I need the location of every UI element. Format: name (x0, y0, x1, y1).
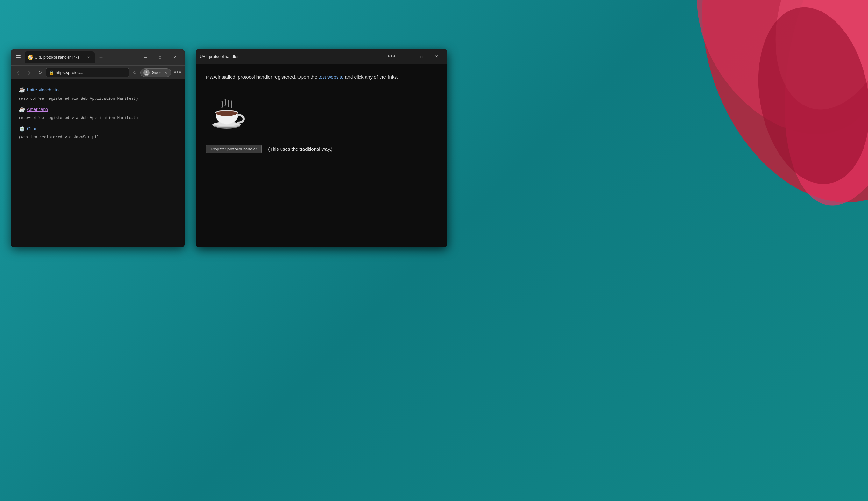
new-tab-button[interactable]: + (97, 53, 106, 62)
tab-favicon: 🧭 (28, 55, 33, 60)
favorites-button[interactable]: ☆ (131, 69, 139, 76)
browser-titlebar: 🧭 URL protocol handler links ✕ + ─ □ ✕ (11, 50, 185, 65)
latte-meta: (web+coffee registered via Web Applicati… (19, 96, 177, 102)
americano-link[interactable]: Americano (27, 107, 48, 112)
browser-tab[interactable]: 🧭 URL protocol handler links ✕ (24, 51, 95, 63)
pwa-more-button[interactable]: ••• (385, 52, 398, 62)
address-bar[interactable]: 🔒 https://protoc... (46, 68, 129, 77)
browser-toolbar: ↻ 🔒 https://protoc... ☆ Guest ••• (11, 65, 185, 79)
browser-window: 🧭 URL protocol handler links ✕ + ─ □ ✕ ↻… (11, 50, 185, 247)
close-button[interactable]: ✕ (167, 53, 182, 62)
coffee-emoji-1: ☕ (19, 87, 25, 93)
register-protocol-handler-button[interactable]: Register protocol handler (206, 145, 262, 153)
pwa-header-prefix: PWA installed, protocol handler register… (206, 74, 317, 80)
svg-rect-7 (15, 58, 21, 59)
pwa-close-button[interactable]: ✕ (429, 52, 443, 62)
chai-link[interactable]: Chai (27, 126, 36, 131)
tab-close-button[interactable]: ✕ (86, 54, 91, 60)
coffee-emoji-2: ☕ (19, 106, 25, 112)
chevron-down-icon (165, 71, 168, 74)
chai-meta: (web+tea registered via JavaScript) (19, 135, 177, 140)
test-website-link[interactable]: test website (318, 74, 343, 80)
coffee-cup-icon (206, 89, 251, 134)
browser-content: ☕ Latte Macchiato (web+coffee registered… (11, 79, 185, 247)
coffee-icon-area (206, 89, 437, 136)
window-controls: ─ □ ✕ (138, 53, 182, 62)
register-note: (This uses the traditional way.) (268, 145, 332, 153)
pwa-header-suffix: and click any of the links. (345, 74, 398, 80)
list-item: ☕ Americano (19, 105, 177, 114)
tea-emoji: 🍵 (19, 126, 25, 131)
refresh-button[interactable]: ↻ (35, 68, 44, 77)
tab-title: URL protocol handler links (35, 55, 84, 60)
guest-profile-button[interactable]: Guest (140, 68, 171, 77)
list-item: ☕ Latte Macchiato (19, 86, 177, 94)
pwa-header: PWA installed, protocol handler register… (206, 73, 437, 81)
pwa-window: URL protocol handler ••• ─ □ ✕ PWA insta… (196, 50, 447, 247)
svg-rect-5 (15, 55, 21, 56)
pwa-minimize-button[interactable]: ─ (399, 52, 414, 62)
latte-link[interactable]: Latte Macchiato (27, 87, 58, 93)
forward-button[interactable] (24, 68, 33, 77)
list-item: 🍵 Chai (19, 125, 177, 133)
register-area: Register protocol handler (This uses the… (206, 145, 437, 153)
americano-meta: (web+coffee registered via Web Applicati… (19, 115, 177, 121)
pwa-content: PWA installed, protocol handler register… (196, 64, 447, 247)
back-button[interactable] (14, 68, 23, 77)
maximize-button[interactable]: □ (153, 53, 167, 62)
guest-label: Guest (152, 70, 163, 75)
url-text: https://protoc... (56, 70, 126, 75)
more-options-button[interactable]: ••• (173, 68, 182, 77)
svg-point-8 (145, 71, 147, 73)
guest-avatar (143, 70, 150, 76)
pwa-titlebar: URL protocol handler ••• ─ □ ✕ (196, 50, 447, 64)
pwa-window-title: URL protocol handler (200, 54, 385, 59)
minimize-button[interactable]: ─ (138, 53, 153, 62)
pwa-window-controls: ••• ─ □ ✕ (385, 52, 443, 62)
sidebar-button[interactable] (14, 53, 23, 62)
svg-rect-6 (15, 57, 21, 58)
pwa-maximize-button[interactable]: □ (414, 52, 429, 62)
lock-icon: 🔒 (49, 71, 54, 75)
